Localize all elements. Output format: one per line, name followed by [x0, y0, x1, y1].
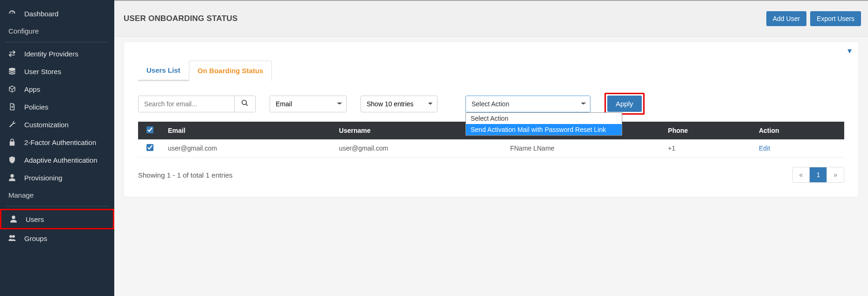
search-field-select[interactable]: Email: [270, 96, 347, 112]
sidebar-item-label: Groups: [24, 234, 47, 242]
svg-line-1: [246, 104, 248, 106]
action-select-dropdown: Select Action Send Activation Mail with …: [465, 112, 622, 136]
action-select[interactable]: Select Action: [465, 96, 590, 112]
cell-action: Edit: [752, 139, 844, 158]
apply-highlight: Apply: [604, 93, 645, 115]
sidebar-item-label: 2-Factor Authentication: [24, 138, 96, 146]
sidebar-item-label: Users: [26, 215, 44, 223]
action-option-default[interactable]: Select Action: [466, 113, 622, 124]
sidebar-item-groups[interactable]: Groups: [0, 229, 114, 247]
content-panel: ▾ Users List On Boarding Status Email: [124, 41, 859, 197]
action-option-send-activation[interactable]: Send Activation Mail with Password Reset…: [466, 124, 622, 135]
search-group: [138, 96, 256, 112]
svg-point-0: [242, 100, 246, 104]
cell-phone: +1: [661, 139, 752, 158]
sidebar-item-policies[interactable]: Policies: [0, 98, 114, 116]
showing-text: Showing 1 - 1 of total 1 entries: [138, 171, 233, 179]
page-header: USER ONBOARDING STATUS Add User Export U…: [114, 1, 868, 37]
cube-icon: [7, 85, 17, 93]
panel-toolbar: ▾: [124, 42, 858, 56]
page-prev[interactable]: «: [793, 167, 810, 182]
collapse-icon[interactable]: ▾: [847, 46, 852, 56]
search-icon: [241, 99, 249, 107]
row-checkbox[interactable]: [146, 144, 153, 151]
dashboard-icon: [7, 9, 17, 18]
sidebar-item-dashboard[interactable]: Dashboard: [0, 5, 114, 22]
sidebar-item-label: Provisioning: [24, 174, 62, 182]
cell-username: user@gmail.com: [333, 139, 504, 158]
sidebar-item-label: Adaptive Authentication: [24, 156, 97, 164]
wrench-icon: [7, 120, 17, 129]
edit-link[interactable]: Edit: [759, 145, 770, 152]
lock-icon: [7, 138, 17, 146]
users-icon: [7, 234, 17, 242]
sidebar-item-adaptive[interactable]: Adaptive Authentication: [0, 151, 114, 169]
sidebar-section-manage: Manage: [0, 186, 114, 204]
search-input[interactable]: [139, 96, 234, 112]
select-all-checkbox[interactable]: [146, 126, 153, 133]
table-footer: Showing 1 - 1 of total 1 entries « 1 »: [124, 158, 858, 197]
filters-row: Email Show 10 entries Select Action Sele…: [124, 81, 858, 122]
sidebar-item-provisioning[interactable]: Provisioning: [0, 169, 114, 186]
main-content: USER ONBOARDING STATUS Add User Export U…: [114, 0, 868, 296]
sidebar-divider: [6, 42, 109, 42]
sidebar-item-user-stores[interactable]: User Stores: [0, 62, 114, 80]
header-action: Action: [752, 122, 844, 139]
swap-icon: [7, 49, 17, 58]
sidebar-item-2fa[interactable]: 2-Factor Authentication: [0, 133, 114, 151]
search-button[interactable]: [234, 96, 255, 112]
header-actions: Add User Export Users: [766, 11, 861, 26]
sidebar-item-identity-providers[interactable]: Identity Providers: [0, 45, 114, 62]
sidebar-item-label: Customization: [24, 121, 69, 129]
row-checkbox-cell: [138, 139, 161, 158]
sidebar-item-label: Identity Providers: [24, 50, 78, 58]
header-email: Email: [161, 122, 333, 139]
sidebar: Dashboard Configure Identity Providers U…: [0, 0, 114, 296]
sidebar-item-label: User Stores: [24, 68, 61, 76]
add-user-button[interactable]: Add User: [766, 11, 806, 26]
sidebar-item-label: Policies: [24, 103, 49, 111]
cell-name: FName LName: [504, 139, 661, 158]
sidebar-item-customization[interactable]: Customization: [0, 116, 114, 133]
sidebar-divider: [6, 206, 109, 207]
sidebar-item-label: Dashboard: [24, 10, 58, 18]
sidebar-item-label: Apps: [24, 85, 40, 93]
export-users-button[interactable]: Export Users: [810, 11, 861, 26]
shield-icon: [7, 156, 17, 164]
user-icon: [7, 173, 17, 182]
tab-users-list[interactable]: Users List: [138, 61, 189, 81]
pagination: « 1 »: [792, 167, 844, 183]
user-icon: [8, 215, 19, 223]
header-phone: Phone: [661, 122, 752, 139]
header-checkbox-cell: [138, 122, 161, 139]
database-icon: [7, 67, 17, 76]
page-1[interactable]: 1: [810, 167, 827, 182]
sidebar-item-apps[interactable]: Apps: [0, 80, 114, 98]
tab-onboarding-status[interactable]: On Boarding Status: [189, 61, 272, 81]
document-icon: [7, 103, 17, 111]
sidebar-item-users[interactable]: Users: [0, 209, 114, 229]
sidebar-section-configure: Configure: [0, 22, 114, 40]
apply-button[interactable]: Apply: [607, 96, 642, 112]
cell-email: user@gmail.com: [161, 139, 333, 158]
page-title: USER ONBOARDING STATUS: [124, 14, 238, 23]
page-next[interactable]: »: [827, 167, 844, 182]
action-select-wrap: Select Action Select Action Send Activat…: [465, 96, 590, 112]
tabs: Users List On Boarding Status: [138, 61, 272, 81]
table-row: user@gmail.com user@gmail.com FName LNam…: [138, 139, 844, 158]
entries-select[interactable]: Show 10 entries: [361, 96, 437, 112]
